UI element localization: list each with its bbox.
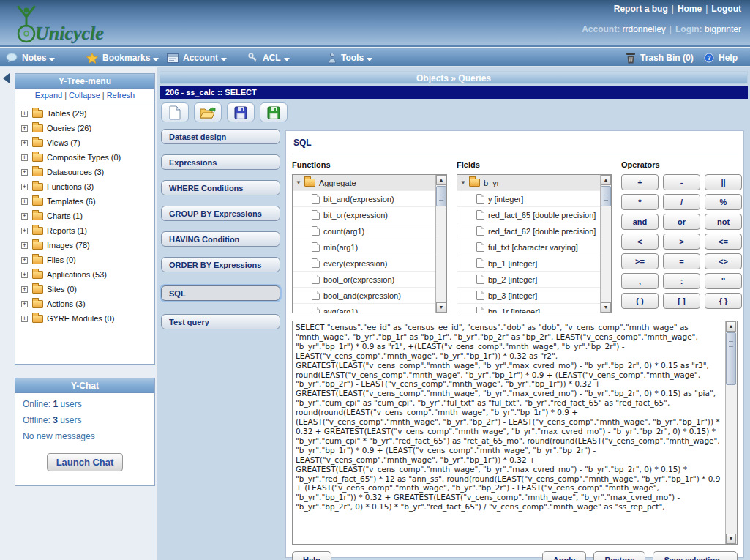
operator-button[interactable]: not bbox=[705, 214, 742, 230]
tree-item[interactable]: + Queries (26) bbox=[17, 121, 153, 135]
scroll-up-icon[interactable]: ▲ bbox=[436, 175, 446, 185]
section-button[interactable]: Test query bbox=[161, 314, 280, 329]
tree-item[interactable]: + GYRE Modules (0) bbox=[17, 311, 153, 326]
section-button[interactable]: HAVING Condition bbox=[161, 231, 280, 247]
tree-item[interactable]: + Charts (1) bbox=[17, 209, 153, 223]
field-item[interactable]: ful_txt [character varying] bbox=[457, 239, 611, 255]
new-document-button[interactable] bbox=[161, 102, 189, 122]
operator-button[interactable]: and bbox=[621, 214, 659, 230]
operator-button[interactable]: + bbox=[621, 174, 659, 190]
function-item[interactable]: bit_and(expression) bbox=[293, 191, 446, 207]
refresh-link[interactable]: Refresh bbox=[107, 91, 135, 100]
collapse-sidebar-arrow-icon[interactable] bbox=[3, 73, 10, 83]
functions-scrollbar[interactable]: ▲ ▼ bbox=[435, 175, 446, 313]
field-item[interactable]: bp_2 [integer] bbox=[457, 272, 611, 288]
restore-button[interactable]: Restore bbox=[593, 551, 645, 560]
expand-plus-icon[interactable]: + bbox=[21, 184, 28, 190]
section-button[interactable]: SQL bbox=[161, 285, 280, 301]
nav-item-account[interactable]: Account bbox=[167, 51, 227, 64]
tree-item[interactable]: + Views (7) bbox=[17, 135, 153, 150]
field-item[interactable]: red_fact_62 [double precision] bbox=[457, 223, 611, 239]
field-item[interactable]: y [integer] bbox=[457, 191, 611, 207]
fields-scrollbar[interactable]: ▲ ▼ bbox=[600, 175, 611, 313]
expand-plus-icon[interactable]: + bbox=[21, 242, 28, 249]
expand-link[interactable]: Expand bbox=[35, 91, 62, 100]
function-item[interactable]: every(expression) bbox=[293, 255, 446, 272]
nav-item-acl[interactable]: ACL bbox=[247, 51, 290, 64]
home-link[interactable]: Home bbox=[678, 4, 702, 14]
expand-plus-icon[interactable]: + bbox=[21, 316, 28, 322]
tree-item[interactable]: + Sites (0) bbox=[17, 282, 153, 296]
section-button[interactable]: GROUP BY Expressions bbox=[161, 206, 280, 221]
operator-button[interactable]: : bbox=[663, 273, 700, 289]
open-button[interactable] bbox=[194, 102, 222, 122]
scroll-up-icon[interactable]: ▲ bbox=[726, 321, 736, 332]
operator-button[interactable]: > bbox=[663, 234, 700, 250]
sql-editor[interactable]: SELECT "census"."ee_id" as "census_ee_id… bbox=[293, 321, 725, 544]
expand-plus-icon[interactable]: + bbox=[21, 286, 28, 293]
save-selection-button[interactable]: Save selection... bbox=[653, 551, 738, 560]
expand-plus-icon[interactable]: + bbox=[21, 140, 28, 146]
operator-button[interactable]: , bbox=[621, 273, 659, 289]
operator-button[interactable]: <= bbox=[705, 234, 742, 250]
field-item[interactable]: bp_3 [integer] bbox=[457, 288, 611, 304]
operator-button[interactable]: [ ] bbox=[663, 293, 700, 309]
operator-button[interactable]: / bbox=[663, 194, 700, 210]
scroll-up-icon[interactable]: ▲ bbox=[601, 175, 611, 185]
expand-plus-icon[interactable]: + bbox=[21, 125, 28, 132]
report-a-bug-link[interactable]: Report a bug bbox=[614, 4, 668, 14]
function-item[interactable]: min(arg1) bbox=[293, 239, 446, 255]
scroll-down-icon[interactable]: ▼ bbox=[436, 302, 446, 313]
nav-item-trash-bin[interactable]: Trash Bin (0) bbox=[626, 51, 697, 64]
operator-button[interactable]: * bbox=[621, 194, 659, 210]
nav-item-help[interactable]: ? Help bbox=[704, 51, 740, 64]
scroll-down-icon[interactable]: ▼ bbox=[601, 302, 611, 313]
operator-button[interactable]: <> bbox=[705, 253, 742, 269]
sql-editor-scrollbar[interactable]: ▲ ▼ bbox=[725, 321, 737, 544]
function-item[interactable]: bool_or(expression) bbox=[293, 272, 446, 288]
operator-button[interactable]: { } bbox=[705, 293, 742, 309]
nav-item-tools[interactable]: Tools bbox=[328, 51, 372, 64]
section-button[interactable]: Dataset design bbox=[161, 129, 280, 144]
tree-item[interactable]: + Actions (3) bbox=[17, 296, 153, 311]
field-item[interactable]: bp_1 [integer] bbox=[457, 255, 611, 272]
field-item[interactable]: red_fact_65 [double precision] bbox=[457, 207, 611, 223]
tree-item[interactable]: + Reports (1) bbox=[17, 223, 153, 238]
tree-item[interactable]: + Images (78) bbox=[17, 238, 153, 253]
operator-button[interactable]: ( ) bbox=[621, 293, 659, 309]
expand-plus-icon[interactable]: + bbox=[21, 169, 28, 176]
save-as-button[interactable] bbox=[260, 102, 288, 122]
function-item[interactable]: avg(arg1) bbox=[293, 304, 446, 313]
function-item[interactable]: count(arg1) bbox=[293, 223, 446, 239]
expand-plus-icon[interactable]: + bbox=[21, 198, 28, 205]
tree-item[interactable]: + Templates (6) bbox=[17, 194, 153, 209]
tree-item[interactable]: + Applications (53) bbox=[17, 267, 153, 282]
expand-plus-icon[interactable]: + bbox=[21, 257, 28, 264]
operator-button[interactable]: % bbox=[705, 194, 742, 210]
function-item[interactable]: bool_and(expression) bbox=[293, 288, 446, 304]
expand-plus-icon[interactable]: + bbox=[21, 111, 28, 117]
expand-plus-icon[interactable]: + bbox=[21, 213, 28, 220]
scroll-thumb[interactable] bbox=[601, 186, 611, 206]
tree-item[interactable]: + Functions (3) bbox=[17, 179, 153, 194]
tree-item[interactable]: + Files (0) bbox=[17, 253, 153, 267]
operator-button[interactable]: || bbox=[705, 174, 742, 190]
expand-plus-icon[interactable]: + bbox=[21, 301, 28, 307]
operator-button[interactable]: - bbox=[663, 174, 700, 190]
section-button[interactable]: WHERE Conditions bbox=[161, 180, 280, 195]
tree-item[interactable]: + Datasources (3) bbox=[17, 165, 153, 179]
save-button[interactable] bbox=[227, 102, 255, 122]
fields-folder-row[interactable]: ▼ b_yr bbox=[457, 175, 611, 191]
operator-button[interactable]: '' bbox=[705, 273, 742, 289]
operator-button[interactable]: = bbox=[663, 253, 700, 269]
tree-item[interactable]: + Composite Types (0) bbox=[17, 150, 153, 165]
launch-chat-button[interactable]: Launch Chat bbox=[47, 453, 123, 471]
functions-folder-row[interactable]: ▼ Aggregate bbox=[293, 175, 446, 191]
scroll-down-icon[interactable]: ▼ bbox=[726, 534, 736, 544]
field-item[interactable]: bp_1r [integer] bbox=[457, 304, 611, 313]
section-button[interactable]: ORDER BY Expressions bbox=[161, 257, 280, 272]
expand-plus-icon[interactable]: + bbox=[21, 228, 28, 234]
tree-item[interactable]: + Tables (29) bbox=[17, 106, 153, 121]
operator-button[interactable]: < bbox=[621, 234, 659, 250]
collapse-link[interactable]: Collapse bbox=[69, 91, 100, 100]
